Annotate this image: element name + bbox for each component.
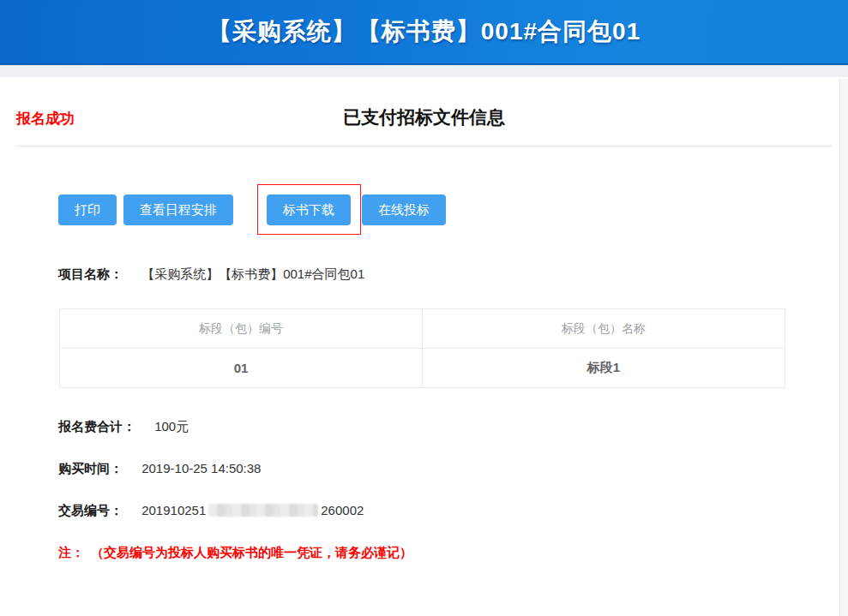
- table-row: 01 标段1: [60, 349, 785, 388]
- note-label: 注：: [58, 545, 84, 559]
- vertical-scrollbar[interactable]: [839, 79, 848, 616]
- page-header: 报名成功 已支付招标文件信息: [16, 77, 832, 147]
- transaction-number-label: 交易编号：: [58, 503, 123, 517]
- note-text: （交易编号为投标人购买标书的唯一凭证，请务必谨记）: [91, 545, 412, 559]
- purchase-time-value: 2019-10-25 14:50:38: [141, 461, 261, 475]
- banner-sub-strip: [0, 65, 848, 77]
- top-banner: 【采购系统】【标书费】001#合同包01: [0, 0, 848, 65]
- bid-document-download-button[interactable]: 标书下载: [267, 194, 351, 225]
- transaction-number-row: 交易编号： 201910251260002: [58, 502, 832, 519]
- action-toolbar: 打印 查看日程安排 标书下载 在线投标: [58, 194, 832, 225]
- cell-section-name: 标段1: [423, 349, 785, 388]
- banner-title: 【采购系统】【标书费】001#合同包01: [207, 15, 641, 48]
- online-bid-button[interactable]: 在线投标: [362, 194, 446, 225]
- transaction-number-prefix: 201910251: [141, 503, 206, 517]
- project-name-value: 【采购系统】【标书费】001#合同包01: [141, 266, 364, 281]
- transaction-number-redacted-block: [208, 504, 318, 517]
- bid-download-annotation-wrap: 标书下载: [267, 194, 351, 225]
- fee-total-label: 报名费合计：: [58, 419, 135, 434]
- col-header-section-number: 标段（包）编号: [60, 309, 423, 349]
- fee-total-row: 报名费合计： 100元: [58, 418, 832, 435]
- purchase-time-label: 购买时间：: [58, 461, 123, 475]
- footer-note: 注：（交易编号为投标人购买标书的唯一凭证，请务必谨记）: [58, 545, 832, 561]
- table-header-row: 标段（包）编号 标段（包）名称: [60, 309, 785, 349]
- project-name-label: 项目名称：: [58, 266, 123, 281]
- cell-section-number: 01: [60, 349, 423, 388]
- transaction-number-value: 201910251260002: [141, 503, 364, 517]
- print-button[interactable]: 打印: [58, 194, 117, 225]
- col-header-section-name: 标段（包）名称: [423, 309, 785, 349]
- content-page: 报名成功 已支付招标文件信息 打印 查看日程安排 标书下载 在线投标 项目名称：…: [0, 77, 848, 614]
- transaction-number-suffix: 260002: [321, 503, 364, 517]
- page-title: 已支付招标文件信息: [16, 77, 832, 129]
- fee-total-value: 100元: [154, 419, 189, 434]
- bid-section-table: 标段（包）编号 标段（包）名称 01 标段1: [59, 308, 785, 388]
- signup-status-text: 报名成功: [16, 109, 75, 129]
- view-schedule-button[interactable]: 查看日程安排: [123, 194, 233, 225]
- project-name-row: 项目名称： 【采购系统】【标书费】001#合同包01: [58, 266, 832, 283]
- purchase-time-row: 购买时间： 2019-10-25 14:50:38: [58, 460, 832, 477]
